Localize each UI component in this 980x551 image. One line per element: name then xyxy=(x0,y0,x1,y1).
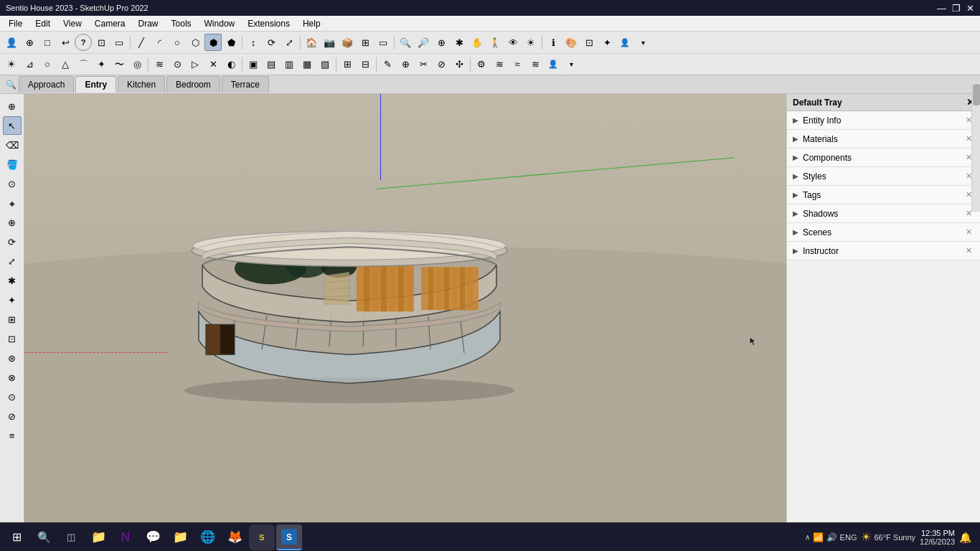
tb2-mats[interactable]: ▷ xyxy=(187,56,204,73)
tb-polygon[interactable]: ⬡ xyxy=(187,34,204,51)
left-move-tool[interactable]: ⊕ xyxy=(3,213,22,232)
tb-components2[interactable]: ⊡ xyxy=(580,34,598,51)
tray-instructor-close[interactable]: ✕ xyxy=(963,246,974,255)
tb2-arc[interactable]: ⌒ xyxy=(75,56,92,73)
tb-pushpull[interactable]: ⬢ xyxy=(204,34,222,51)
tb-person[interactable]: 👤 xyxy=(3,34,20,51)
taskbar-sketchup[interactable]: S xyxy=(276,524,302,550)
taskbar-clock[interactable]: 12:35 PM 12/6/2023 xyxy=(920,529,955,546)
tb2-settings[interactable]: ⚙ xyxy=(473,56,490,73)
tb2-circle2[interactable]: ◎ xyxy=(128,56,146,73)
taskbar-start[interactable]: ⊞ xyxy=(4,524,29,550)
left-follow-me-tool[interactable]: ⊡ xyxy=(3,329,22,348)
left-zoom-tool[interactable]: ⊕ xyxy=(3,97,22,116)
tb-views[interactable]: 📷 xyxy=(321,34,338,51)
tb2-l3[interactable]: ≋ xyxy=(527,56,544,73)
tb-arc1[interactable]: ◜ xyxy=(151,34,168,51)
close-button[interactable]: ✕ xyxy=(966,3,974,14)
left-intersect-tool[interactable]: ⊛ xyxy=(3,349,22,367)
tb2-v1[interactable]: ▦ xyxy=(298,56,316,73)
tray-arrow-up[interactable]: ∧ xyxy=(805,533,810,541)
scene-tab-bedroom[interactable]: Bedroom xyxy=(166,76,220,93)
scene-tab-terrace[interactable]: Terrace xyxy=(222,76,269,93)
menu-draw[interactable]: Draw xyxy=(133,17,164,30)
tray-materials[interactable]: ▶ Materials ✕ xyxy=(787,130,980,149)
left-sandbox-tool[interactable]: ⊞ xyxy=(3,310,22,329)
taskbar-firefox[interactable]: 🦊 xyxy=(222,524,248,550)
left-rotate-tool[interactable]: ⟳ xyxy=(3,232,22,251)
minimize-button[interactable]: — xyxy=(937,3,946,14)
tb-entity-info2[interactable]: ℹ xyxy=(545,34,562,51)
notification-button[interactable]: 🔔 xyxy=(959,532,971,543)
tb2-sun[interactable]: ☀ xyxy=(3,56,20,73)
tb2-scissors2[interactable]: ✂ xyxy=(415,56,432,73)
menu-help[interactable]: Help xyxy=(297,17,326,30)
tb2-wnd[interactable]: ▥ xyxy=(281,56,298,73)
tb-component[interactable]: ⊡ xyxy=(93,34,110,51)
tb-help-circle[interactable]: ? xyxy=(75,34,92,51)
tb2-sand[interactable]: ◐ xyxy=(222,56,240,73)
scene-tab-entry[interactable]: Entry xyxy=(75,76,116,93)
tb2-pers[interactable]: 👤 xyxy=(545,56,562,73)
tb-zoom-box[interactable]: ⊕ xyxy=(433,34,450,51)
left-split-tool[interactable]: ⊘ xyxy=(3,407,22,425)
tb2-grid[interactable]: ⊞ xyxy=(339,56,356,73)
tray-scroll-thumb[interactable] xyxy=(973,84,980,105)
taskbar-task-view[interactable]: ◫ xyxy=(58,524,84,550)
menu-view[interactable]: View xyxy=(57,17,88,30)
tb2-star[interactable]: ✦ xyxy=(93,56,110,73)
menu-tools[interactable]: Tools xyxy=(166,17,197,30)
tb2-drop[interactable]: ▾ xyxy=(562,56,580,73)
tb-components[interactable]: □ xyxy=(39,34,56,51)
left-subtract-tool[interactable]: ⊗ xyxy=(3,368,22,387)
tb-rotate[interactable]: ⟳ xyxy=(263,34,280,51)
left-trim-tool[interactable]: ⊙ xyxy=(3,387,22,406)
tb2-push2[interactable]: ✣ xyxy=(451,56,468,73)
tb-front-view[interactable]: ▭ xyxy=(374,34,392,51)
scenes-search-button[interactable]: 🔍 xyxy=(3,77,19,93)
tb2-sect1[interactable]: ▣ xyxy=(245,56,262,73)
tb-move[interactable]: ↕ xyxy=(245,34,262,51)
tray-scenes[interactable]: ▶ Scenes ✕ xyxy=(787,223,980,242)
tb-follow[interactable]: ⬟ xyxy=(222,34,240,51)
left-more-tool[interactable]: ≡ xyxy=(3,426,22,445)
tray-instructor[interactable]: ▶ Instructor ✕ xyxy=(787,242,980,260)
taskbar-file-explorer[interactable]: 📁 xyxy=(85,524,111,550)
tb-home-view[interactable]: 🏠 xyxy=(303,34,320,51)
volume-icon[interactable]: 🔊 xyxy=(826,532,837,542)
tb2-curve[interactable]: 〜 xyxy=(110,56,128,73)
left-select-tool[interactable]: ↖ xyxy=(3,116,22,135)
left-orbit-tool[interactable]: ✱ xyxy=(3,271,22,290)
tb2-shape2[interactable]: ○ xyxy=(39,56,56,73)
taskbar-search-btn[interactable]: 🔍 xyxy=(31,524,57,550)
tray-scrollbar[interactable] xyxy=(971,83,980,212)
tb-shadows2[interactable]: ☀ xyxy=(522,34,540,51)
menu-extensions[interactable]: Extensions xyxy=(242,17,296,30)
tb-top-view[interactable]: ⊞ xyxy=(357,34,374,51)
left-dim-tool[interactable]: ◈ xyxy=(3,194,22,212)
maximize-button[interactable]: ❐ xyxy=(952,3,961,14)
scene-tab-kitchen[interactable]: Kitchen xyxy=(118,76,165,93)
tb2-sect2[interactable]: ▤ xyxy=(263,56,280,73)
tb2-eraser2[interactable]: ⊘ xyxy=(433,56,450,73)
window-controls[interactable]: — ❐ ✕ xyxy=(937,3,974,14)
tb-person3[interactable]: 👤 xyxy=(616,34,633,51)
tb2-v2[interactable]: ▧ xyxy=(316,56,334,73)
tb-orbit[interactable]: ✱ xyxy=(451,34,468,51)
tb-scale[interactable]: ⤢ xyxy=(281,34,298,51)
language-indicator[interactable]: ENG xyxy=(840,533,857,542)
tb2-shape3[interactable]: △ xyxy=(57,56,74,73)
tb-iso-view[interactable]: 📦 xyxy=(339,34,356,51)
tb-materials2[interactable]: 🎨 xyxy=(562,34,580,51)
menu-file[interactable]: File xyxy=(3,17,28,30)
tb-rect[interactable]: ▭ xyxy=(110,34,128,51)
tb2-plus2[interactable]: ⊕ xyxy=(397,56,414,73)
tb-select-plus[interactable]: ⊕ xyxy=(21,34,38,51)
tb-zoom-extent[interactable]: 🔎 xyxy=(415,34,432,51)
taskbar-onenote[interactable]: N xyxy=(113,524,138,550)
left-paint-tool[interactable]: 🪣 xyxy=(3,155,22,174)
tray-components[interactable]: ▶ Components ✕ xyxy=(787,149,980,167)
tb-walk[interactable]: 🚶 xyxy=(486,34,504,51)
tray-styles[interactable]: ▶ Styles ✕ xyxy=(787,167,980,186)
viewport[interactable] xyxy=(24,94,786,529)
